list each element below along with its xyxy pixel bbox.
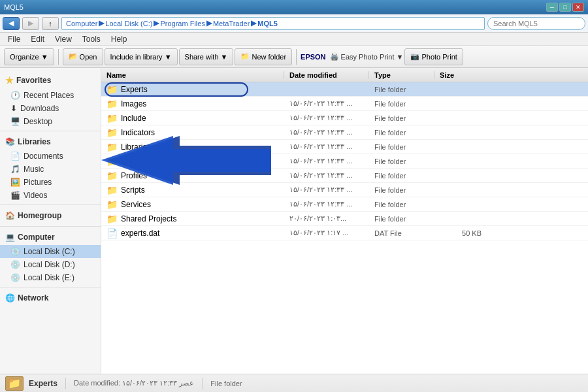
network-section: 🌐 Network <box>0 290 101 306</box>
toolbar-separator-2 <box>296 49 297 65</box>
search-input[interactable] <box>487 17 585 30</box>
title-text: MQL5 <box>4 3 24 11</box>
folder-icon: 📁 <box>106 199 118 210</box>
file-date-cell: ۲۰/۰۶/۲۰۲۳ ۱:۰۳... <box>284 214 369 223</box>
homegroup-section: 🏠 Homegroup <box>0 208 101 223</box>
file-type-cell: File folder <box>369 143 434 151</box>
sidebar-item-pictures[interactable]: 🖼️ Pictures <box>0 176 101 189</box>
folder-icon: 📁 <box>106 156 118 167</box>
breadcrumb-programfiles[interactable]: Program Files <box>160 20 204 27</box>
status-name: Experts <box>29 379 57 388</box>
breadcrumb-metatrader[interactable]: MetaTrader <box>213 20 250 27</box>
folder-icon: 📁 <box>106 127 118 138</box>
table-row[interactable]: 📁Shared Projects۲۰/۰۶/۲۰۲۳ ۱:۰۳...File f… <box>101 212 588 226</box>
status-separator-2 <box>202 378 203 389</box>
file-name-cell: 📁Images <box>101 99 284 109</box>
sidebar-item-desktop[interactable]: 🖥️ Desktop <box>0 115 101 128</box>
table-row[interactable]: 📁Logs۱۵/۰۶/۲۰۲۳ ۱۲:۳۳ ...File folder <box>101 154 588 169</box>
table-row[interactable]: 📁Indicators۱۵/۰۶/۲۰۲۳ ۱۲:۳۳ ...File fold… <box>101 125 588 140</box>
sidebar-item-music[interactable]: 🎵 Music <box>0 163 101 176</box>
status-type: File folder <box>210 380 242 387</box>
table-row[interactable]: 📁Services۱۵/۰۶/۲۰۲۳ ۱۲:۳۳ ...File folder <box>101 197 588 212</box>
table-row[interactable]: 📁Images۱۵/۰۶/۲۰۲۳ ۱۲:۳۳ ...File folder <box>101 97 588 111</box>
computer-section: 💻 Computer 💿 Local Disk (C:) 💿 Local Dis… <box>0 229 101 284</box>
sidebar-item-videos[interactable]: 🎬 Videos <box>0 189 101 202</box>
file-name-cell: 📁Profiles <box>101 171 284 181</box>
libraries-header[interactable]: 📚 Libraries <box>0 134 101 150</box>
photo-print-button[interactable]: 📷 Photo Print <box>404 48 463 65</box>
file-list-container: Name Date modified Type Size 📁ExpertsFil… <box>101 68 588 374</box>
download-icon: ⬇ <box>10 104 17 113</box>
sidebar-item-recent-places[interactable]: 🕐 Recent Places <box>0 89 101 102</box>
main-area: ★ Favorites 🕐 Recent Places ⬇ Downloads … <box>0 68 588 374</box>
computer-header[interactable]: 💻 Computer <box>0 229 101 245</box>
up-button[interactable]: ↑ <box>42 17 59 30</box>
file-date-cell: ۱۵/۰۶/۲۰۲۳ ۱:۱۷ ... <box>284 229 369 237</box>
sidebar-item-local-d[interactable]: 💿 Local Disk (D:) <box>0 258 101 271</box>
folder-icon: 📁 <box>106 113 118 123</box>
file-name-cell: 📁Services <box>101 199 284 210</box>
file-name-cell: 📄experts.dat <box>101 228 284 238</box>
sidebar-item-documents[interactable]: 📄 Documents <box>0 150 101 163</box>
include-in-library-button[interactable]: Include in library ▼ <box>105 48 178 65</box>
file-name-cell: 📁Logs <box>101 156 284 167</box>
forward-button[interactable]: ▶ <box>22 17 39 30</box>
file-name-cell: 📁Libraries <box>101 142 284 152</box>
file-icon: 📄 <box>106 228 118 238</box>
file-size-cell: 50 KB <box>434 229 487 237</box>
menu-file[interactable]: File <box>3 33 25 45</box>
table-row[interactable]: 📁Libraries۱۵/۰۶/۲۰۲۳ ۱۲:۳۳ ...File folde… <box>101 140 588 154</box>
printer-icon: 🖨️ <box>330 52 339 61</box>
sidebar-item-downloads[interactable]: ⬇ Downloads <box>0 102 101 115</box>
status-folder-icon: 📁 <box>5 376 24 391</box>
column-type[interactable]: Type <box>369 71 434 79</box>
file-date-cell: ۱۵/۰۶/۲۰۲۳ ۱۲:۳۳ ... <box>284 128 369 137</box>
breadcrumb-mql5[interactable]: MQL5 <box>257 20 278 27</box>
menu-tools[interactable]: Tools <box>77 33 106 45</box>
file-type-cell: File folder <box>369 157 434 165</box>
sidebar-item-local-e[interactable]: 💿 Local Disk (E:) <box>0 271 101 284</box>
breadcrumb-computer[interactable]: Computer <box>66 20 97 27</box>
window-controls[interactable]: ─ □ ✕ <box>546 3 584 12</box>
address-bar: ◀ ▶ ↑ Computer ▶ Local Disk (C:) ▶ Progr… <box>0 14 588 33</box>
folder-icon: 📁 <box>106 142 118 152</box>
organize-button[interactable]: Organize ▼ <box>4 48 54 65</box>
table-row[interactable]: 📁Include۱۵/۰۶/۲۰۲۳ ۱۲:۳۳ ...File folder <box>101 111 588 125</box>
share-with-button[interactable]: Share with ▼ <box>179 48 234 65</box>
table-row[interactable]: 📁Profiles۱۵/۰۶/۲۰۲۳ ۱۲:۳۳ ...File folder <box>101 169 588 183</box>
column-size[interactable]: Size <box>434 71 487 79</box>
camera-icon: 📷 <box>410 52 419 61</box>
table-row[interactable]: 📁ExpertsFile folder <box>101 82 588 97</box>
open-button[interactable]: 📂 Open <box>63 48 103 65</box>
network-header[interactable]: 🌐 Network <box>0 290 101 306</box>
documents-icon: 📄 <box>10 152 20 161</box>
file-date-cell: ۱۵/۰۶/۲۰۲۳ ۱۲:۳۳ ... <box>284 171 369 180</box>
minimize-button[interactable]: ─ <box>546 3 558 12</box>
new-folder-button[interactable]: 📁 New folder <box>235 48 292 65</box>
homegroup-header[interactable]: 🏠 Homegroup <box>0 208 101 223</box>
back-button[interactable]: ◀ <box>3 17 20 30</box>
close-button[interactable]: ✕ <box>572 3 584 12</box>
menu-help[interactable]: Help <box>106 33 133 45</box>
sidebar-item-local-c[interactable]: 💿 Local Disk (C:) <box>0 245 101 258</box>
menu-edit[interactable]: Edit <box>25 33 50 45</box>
menu-view[interactable]: View <box>50 33 77 45</box>
status-date-label: Date modified: ۱۵/۰۶/۲۰۲۳ عصر ۱۲:۳۳ <box>74 379 194 387</box>
table-row[interactable]: 📁Scripts۱۵/۰۶/۲۰۲۳ ۱۲:۳۳ ...File folder <box>101 183 588 197</box>
folder-icon: 📁 <box>106 84 118 95</box>
folder-icon: 📁 <box>106 99 118 109</box>
file-name-cell: 📁Shared Projects <box>101 214 284 224</box>
title-bar: MQL5 ─ □ ✕ <box>0 0 588 14</box>
file-date-cell: ۱۵/۰۶/۲۰۲۳ ۱۲:۳۳ ... <box>284 114 369 122</box>
table-row[interactable]: 📄experts.dat۱۵/۰۶/۲۰۲۳ ۱:۱۷ ...DAT File5… <box>101 226 588 240</box>
file-type-cell: File folder <box>369 129 434 137</box>
file-name-cell: 📁Scripts <box>101 185 284 195</box>
breadcrumb-localc[interactable]: Local Disk (C:) <box>105 20 152 27</box>
favorites-header[interactable]: ★ Favorites <box>0 72 101 89</box>
maximize-button[interactable]: □ <box>559 3 571 12</box>
epson-app-button[interactable]: 🖨️ Easy Photo Print ▼ <box>330 52 404 61</box>
column-date[interactable]: Date modified <box>284 71 369 79</box>
desktop-icon: 🖥️ <box>10 117 20 126</box>
column-name[interactable]: Name <box>101 71 284 79</box>
breadcrumb[interactable]: Computer ▶ Local Disk (C:) ▶ Program Fil… <box>61 17 485 30</box>
